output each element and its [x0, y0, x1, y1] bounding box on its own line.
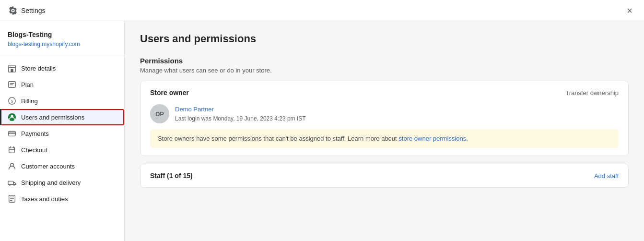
store-icon — [8, 64, 16, 72]
user-icon — [8, 113, 16, 121]
billing-icon: $ — [8, 96, 16, 105]
svg-point-15 — [13, 184, 15, 186]
plan-icon — [8, 80, 16, 89]
add-staff-link[interactable]: Add staff — [594, 172, 619, 180]
avatar: DP — [150, 104, 169, 123]
customer-icon — [8, 162, 16, 170]
store-owner-title: Store owner — [150, 89, 189, 96]
title-bar-left: Settings — [9, 6, 46, 15]
owner-name-link[interactable]: Demo Partner — [175, 106, 306, 113]
payments-icon — [8, 129, 16, 138]
main-layout: Blogs-Testing blogs-testing.myshopify.co… — [0, 21, 644, 241]
shipping-icon — [8, 178, 16, 187]
settings-icon — [9, 6, 17, 15]
store-owner-permissions-link[interactable]: store owner permissions — [398, 135, 466, 142]
title-bar-title: Settings — [21, 7, 46, 14]
checkout-icon — [8, 145, 16, 154]
sidebar-item-plan-label: Plan — [21, 81, 34, 88]
svg-point-14 — [9, 184, 11, 186]
page-title: Users and permissions — [140, 33, 629, 45]
sidebar-item-billing[interactable]: $ Billing — [0, 93, 124, 109]
sidebar-item-customer-accounts[interactable]: Customer accounts — [0, 158, 124, 174]
sidebar-item-shipping-delivery[interactable]: Shipping and delivery — [0, 174, 124, 191]
sidebar-item-users-permissions-label: Users and permissions — [21, 114, 84, 121]
owner-info: Demo Partner Last login was Monday, 19 J… — [175, 106, 306, 122]
transfer-ownership-link[interactable]: Transfer ownership — [565, 89, 619, 96]
permissions-section-subtitle: Manage what users can see or do in your … — [140, 67, 629, 74]
svg-text:$: $ — [11, 99, 13, 104]
title-bar: Settings × — [0, 0, 644, 21]
sidebar-item-payments-label: Payments — [21, 130, 49, 137]
sidebar-item-shipping-delivery-label: Shipping and delivery — [21, 179, 81, 186]
svg-rect-9 — [9, 132, 15, 136]
staff-title: Staff (1 of 15) — [150, 172, 193, 180]
owner-row: DP Demo Partner Last login was Monday, 1… — [150, 104, 619, 123]
taxes-icon — [8, 194, 16, 203]
permissions-note: Store owners have some permissions that … — [150, 129, 619, 148]
sidebar-item-checkout[interactable]: Checkout — [0, 142, 124, 158]
sidebar-item-users-permissions[interactable]: Users and permissions — [0, 109, 124, 125]
sidebar: Blogs-Testing blogs-testing.myshopify.co… — [0, 21, 125, 241]
owner-last-login: Last login was Monday, 19 June, 2023 4:2… — [175, 115, 306, 122]
svg-rect-13 — [8, 181, 13, 184]
svg-rect-10 — [9, 133, 15, 133]
svg-rect-3 — [10, 83, 14, 84]
store-owner-card: Store owner Transfer ownership DP Demo P… — [140, 81, 629, 156]
sidebar-item-taxes-duties[interactable]: Taxes and duties — [0, 191, 124, 207]
main-content: Users and permissions Permissions Manage… — [125, 21, 644, 241]
store-info: Blogs-Testing blogs-testing.myshopify.co… — [0, 29, 124, 56]
store-url[interactable]: blogs-testing.myshopify.com — [8, 41, 80, 48]
sidebar-item-customer-accounts-label: Customer accounts — [21, 163, 75, 170]
permissions-section: Permissions Manage what users can see or… — [140, 57, 629, 188]
svg-rect-1 — [11, 69, 13, 72]
sidebar-item-billing-label: Billing — [21, 97, 38, 105]
staff-header: Staff (1 of 15) Add staff — [150, 172, 619, 180]
svg-rect-11 — [9, 147, 15, 153]
permissions-note-suffix: . — [466, 135, 468, 142]
permissions-section-title: Permissions — [140, 57, 629, 65]
sidebar-item-taxes-duties-label: Taxes and duties — [21, 195, 68, 203]
sidebar-item-store-details-label: Store details — [21, 65, 56, 72]
close-button[interactable]: × — [624, 5, 635, 16]
store-name: Blogs-Testing — [8, 31, 117, 38]
staff-card: Staff (1 of 15) Add staff — [140, 164, 629, 188]
permissions-note-text: Store owners have some permissions that … — [158, 135, 398, 142]
store-owner-header: Store owner Transfer ownership — [150, 89, 619, 96]
sidebar-item-store-details[interactable]: Store details — [0, 60, 124, 76]
sidebar-item-checkout-label: Checkout — [21, 146, 47, 154]
sidebar-item-plan[interactable]: Plan — [0, 76, 124, 93]
svg-rect-4 — [10, 84, 13, 85]
sidebar-item-payments[interactable]: Payments — [0, 125, 124, 142]
